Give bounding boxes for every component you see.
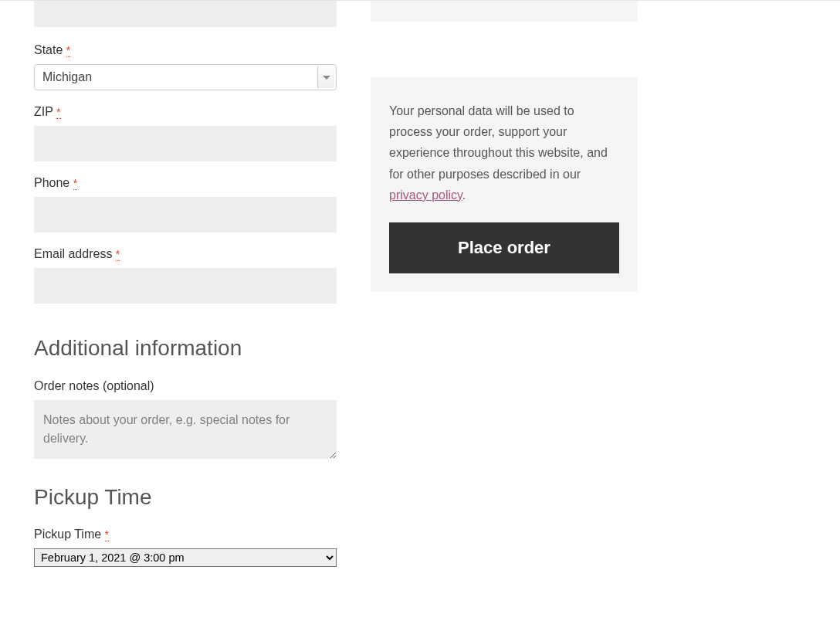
phone-label-text: Phone [34, 176, 69, 189]
email-field: Email address * [34, 245, 337, 304]
required-marker: * [66, 44, 70, 57]
place-order-button[interactable]: Place order [389, 222, 619, 273]
required-marker: * [105, 528, 109, 541]
zip-field: ZIP * [34, 103, 337, 161]
city-field-partial [34, 1, 337, 27]
privacy-text-before: Your personal data will be used to proce… [389, 104, 608, 181]
required-marker: * [56, 106, 60, 119]
additional-info-heading: Additional information [34, 334, 337, 362]
city-input[interactable] [34, 1, 337, 27]
phone-input[interactable] [34, 197, 337, 232]
phone-label: Phone * [34, 174, 337, 192]
order-notes-field: Order notes (optional) [34, 377, 337, 462]
required-marker: * [73, 177, 77, 190]
zip-input[interactable] [34, 126, 337, 161]
pickup-time-field: Pickup Time * February 1, 2021 @ 3:00 pm [34, 525, 337, 567]
privacy-policy-link[interactable]: privacy policy [389, 188, 462, 202]
pickup-time-heading: Pickup Time [34, 483, 337, 511]
state-field: State * Michigan [34, 41, 337, 90]
privacy-text: Your personal data will be used to proce… [389, 100, 619, 205]
order-notes-label: Order notes (optional) [34, 377, 337, 395]
privacy-text-after: . [462, 188, 466, 202]
state-label-text: State [34, 43, 63, 56]
pickup-time-select[interactable]: February 1, 2021 @ 3:00 pm [34, 548, 337, 567]
required-marker: * [116, 248, 120, 261]
order-summary-partial [371, 1, 638, 22]
pickup-time-label: Pickup Time * [34, 525, 337, 544]
privacy-place-order-box: Your personal data will be used to proce… [371, 77, 638, 292]
state-selected-value: Michigan [42, 70, 92, 83]
zip-label: ZIP * [34, 103, 337, 121]
zip-label-text: ZIP [34, 105, 53, 118]
email-label: Email address * [34, 245, 337, 263]
pickup-time-label-text: Pickup Time [34, 528, 101, 541]
email-input[interactable] [34, 268, 337, 304]
email-label-text: Email address [34, 247, 112, 260]
state-label: State * [34, 41, 337, 59]
order-notes-input[interactable] [34, 400, 337, 459]
chevron-down-icon [317, 66, 334, 88]
state-select[interactable]: Michigan [34, 64, 337, 90]
phone-field: Phone * [34, 174, 337, 232]
